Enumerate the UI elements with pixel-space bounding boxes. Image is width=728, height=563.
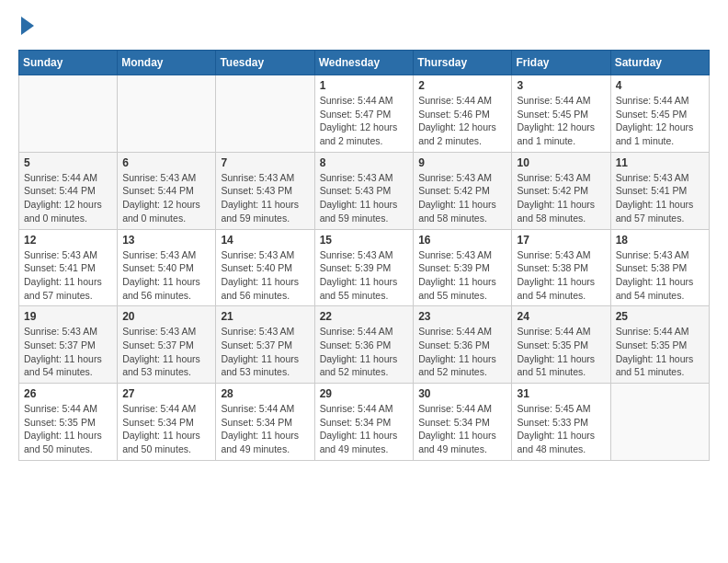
day-info: Sunrise: 5:44 AM Sunset: 5:35 PM Dayligh… (517, 325, 605, 379)
day-number: 26 (24, 387, 112, 400)
calendar-cell: 16Sunrise: 5:43 AM Sunset: 5:39 PM Dayli… (414, 229, 512, 306)
day-info: Sunrise: 5:43 AM Sunset: 5:41 PM Dayligh… (616, 171, 704, 225)
calendar-cell: 27Sunrise: 5:44 AM Sunset: 5:34 PM Dayli… (118, 384, 216, 461)
calendar-cell (216, 75, 314, 153)
day-info: Sunrise: 5:44 AM Sunset: 5:35 PM Dayligh… (24, 402, 112, 456)
calendar-header-sunday: Sunday (19, 51, 118, 75)
calendar-cell: 17Sunrise: 5:43 AM Sunset: 5:38 PM Dayli… (512, 229, 610, 306)
day-info: Sunrise: 5:44 AM Sunset: 5:34 PM Dayligh… (122, 402, 210, 456)
calendar-cell: 15Sunrise: 5:43 AM Sunset: 5:39 PM Dayli… (314, 229, 414, 306)
calendar-header-friday: Friday (512, 51, 610, 75)
day-number: 8 (320, 156, 409, 169)
calendar-cell: 5Sunrise: 5:44 AM Sunset: 5:44 PM Daylig… (19, 152, 118, 229)
calendar-cell: 30Sunrise: 5:44 AM Sunset: 5:34 PM Dayli… (414, 384, 512, 461)
day-info: Sunrise: 5:44 AM Sunset: 5:46 PM Dayligh… (418, 94, 506, 148)
day-number: 18 (616, 234, 704, 247)
calendar-header-saturday: Saturday (610, 51, 709, 75)
day-number: 3 (517, 79, 605, 92)
day-info: Sunrise: 5:44 AM Sunset: 5:36 PM Dayligh… (418, 325, 506, 379)
day-number: 22 (320, 310, 409, 323)
calendar-cell: 18Sunrise: 5:43 AM Sunset: 5:38 PM Dayli… (610, 229, 709, 306)
day-info: Sunrise: 5:43 AM Sunset: 5:40 PM Dayligh… (221, 248, 309, 303)
day-number: 20 (122, 310, 210, 323)
day-info: Sunrise: 5:43 AM Sunset: 5:44 PM Dayligh… (122, 171, 210, 225)
calendar-cell: 24Sunrise: 5:44 AM Sunset: 5:35 PM Dayli… (512, 306, 610, 384)
calendar-header-tuesday: Tuesday (216, 51, 314, 75)
day-info: Sunrise: 5:44 AM Sunset: 5:45 PM Dayligh… (517, 94, 605, 148)
day-number: 2 (418, 79, 506, 92)
day-info: Sunrise: 5:43 AM Sunset: 5:39 PM Dayligh… (418, 248, 506, 303)
day-number: 11 (616, 156, 704, 169)
calendar-header-row: SundayMondayTuesdayWednesdayThursdayFrid… (19, 51, 710, 75)
day-number: 27 (122, 387, 210, 400)
day-number: 9 (418, 156, 506, 169)
day-number: 14 (221, 234, 309, 247)
day-number: 28 (221, 387, 309, 400)
logo (18, 18, 34, 35)
calendar-cell: 25Sunrise: 5:44 AM Sunset: 5:35 PM Dayli… (610, 306, 709, 384)
calendar-cell: 28Sunrise: 5:44 AM Sunset: 5:34 PM Dayli… (216, 384, 314, 461)
calendar-header-monday: Monday (118, 51, 216, 75)
day-number: 25 (616, 310, 704, 323)
day-info: Sunrise: 5:43 AM Sunset: 5:40 PM Dayligh… (122, 248, 210, 303)
calendar-cell (19, 75, 118, 153)
calendar-cell: 7Sunrise: 5:43 AM Sunset: 5:43 PM Daylig… (216, 152, 314, 229)
day-info: Sunrise: 5:44 AM Sunset: 5:34 PM Dayligh… (320, 402, 409, 456)
day-info: Sunrise: 5:44 AM Sunset: 5:44 PM Dayligh… (24, 171, 112, 225)
day-info: Sunrise: 5:43 AM Sunset: 5:43 PM Dayligh… (320, 171, 409, 225)
calendar-cell: 23Sunrise: 5:44 AM Sunset: 5:36 PM Dayli… (414, 306, 512, 384)
calendar-cell: 12Sunrise: 5:43 AM Sunset: 5:41 PM Dayli… (19, 229, 118, 306)
calendar-cell: 29Sunrise: 5:44 AM Sunset: 5:34 PM Dayli… (314, 384, 414, 461)
calendar-week-3: 12Sunrise: 5:43 AM Sunset: 5:41 PM Dayli… (19, 229, 710, 306)
calendar-cell: 9Sunrise: 5:43 AM Sunset: 5:42 PM Daylig… (414, 152, 512, 229)
calendar-cell: 6Sunrise: 5:43 AM Sunset: 5:44 PM Daylig… (118, 152, 216, 229)
day-number: 23 (418, 310, 506, 323)
calendar-week-4: 19Sunrise: 5:43 AM Sunset: 5:37 PM Dayli… (19, 306, 710, 384)
calendar-week-1: 1Sunrise: 5:44 AM Sunset: 5:47 PM Daylig… (19, 75, 710, 153)
day-info: Sunrise: 5:44 AM Sunset: 5:35 PM Dayligh… (616, 325, 704, 379)
day-number: 10 (517, 156, 605, 169)
calendar-cell: 4Sunrise: 5:44 AM Sunset: 5:45 PM Daylig… (610, 75, 709, 153)
calendar-cell: 8Sunrise: 5:43 AM Sunset: 5:43 PM Daylig… (314, 152, 414, 229)
day-number: 16 (418, 234, 506, 247)
calendar-cell: 2Sunrise: 5:44 AM Sunset: 5:46 PM Daylig… (414, 75, 512, 153)
calendar-cell: 11Sunrise: 5:43 AM Sunset: 5:41 PM Dayli… (610, 152, 709, 229)
day-number: 5 (24, 156, 112, 169)
calendar-cell: 26Sunrise: 5:44 AM Sunset: 5:35 PM Dayli… (19, 384, 118, 461)
calendar-cell (610, 384, 709, 461)
day-info: Sunrise: 5:43 AM Sunset: 5:37 PM Dayligh… (24, 325, 112, 379)
calendar-cell: 13Sunrise: 5:43 AM Sunset: 5:40 PM Dayli… (118, 229, 216, 306)
day-info: Sunrise: 5:45 AM Sunset: 5:33 PM Dayligh… (517, 402, 605, 456)
calendar-cell: 3Sunrise: 5:44 AM Sunset: 5:45 PM Daylig… (512, 75, 610, 153)
calendar-cell: 20Sunrise: 5:43 AM Sunset: 5:37 PM Dayli… (118, 306, 216, 384)
calendar-week-2: 5Sunrise: 5:44 AM Sunset: 5:44 PM Daylig… (19, 152, 710, 229)
page-header (18, 18, 710, 35)
day-info: Sunrise: 5:43 AM Sunset: 5:38 PM Dayligh… (616, 248, 704, 303)
calendar-cell (118, 75, 216, 153)
day-number: 30 (418, 387, 506, 400)
day-info: Sunrise: 5:43 AM Sunset: 5:38 PM Dayligh… (517, 248, 605, 303)
day-info: Sunrise: 5:43 AM Sunset: 5:37 PM Dayligh… (122, 325, 210, 379)
day-info: Sunrise: 5:44 AM Sunset: 5:36 PM Dayligh… (320, 325, 409, 379)
calendar-cell: 10Sunrise: 5:43 AM Sunset: 5:42 PM Dayli… (512, 152, 610, 229)
day-number: 12 (24, 234, 112, 247)
day-info: Sunrise: 5:43 AM Sunset: 5:43 PM Dayligh… (221, 171, 309, 225)
day-info: Sunrise: 5:43 AM Sunset: 5:39 PM Dayligh… (320, 248, 409, 303)
day-number: 1 (320, 79, 409, 92)
day-number: 6 (122, 156, 210, 169)
day-info: Sunrise: 5:44 AM Sunset: 5:45 PM Dayligh… (616, 94, 704, 148)
calendar-header-thursday: Thursday (414, 51, 512, 75)
day-info: Sunrise: 5:44 AM Sunset: 5:34 PM Dayligh… (221, 402, 309, 456)
day-info: Sunrise: 5:43 AM Sunset: 5:42 PM Dayligh… (418, 171, 506, 225)
day-number: 19 (24, 310, 112, 323)
day-info: Sunrise: 5:44 AM Sunset: 5:47 PM Dayligh… (320, 94, 409, 148)
day-info: Sunrise: 5:43 AM Sunset: 5:42 PM Dayligh… (517, 171, 605, 225)
calendar-cell: 1Sunrise: 5:44 AM Sunset: 5:47 PM Daylig… (314, 75, 414, 153)
calendar-cell: 21Sunrise: 5:43 AM Sunset: 5:37 PM Dayli… (216, 306, 314, 384)
day-number: 31 (517, 387, 605, 400)
calendar-cell: 22Sunrise: 5:44 AM Sunset: 5:36 PM Dayli… (314, 306, 414, 384)
day-number: 21 (221, 310, 309, 323)
calendar-cell: 31Sunrise: 5:45 AM Sunset: 5:33 PM Dayli… (512, 384, 610, 461)
day-number: 29 (320, 387, 409, 400)
calendar-week-5: 26Sunrise: 5:44 AM Sunset: 5:35 PM Dayli… (19, 384, 710, 461)
